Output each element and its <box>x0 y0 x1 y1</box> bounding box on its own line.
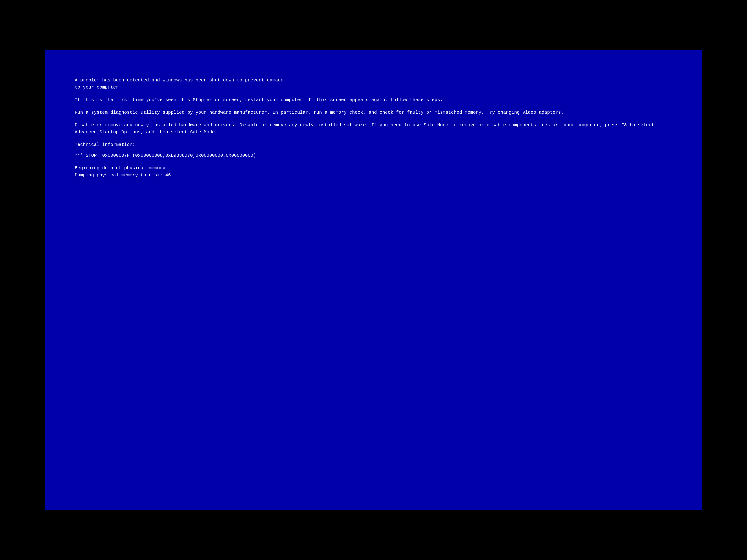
first-time-paragraph: If this is the first time you've seen th… <box>75 96 672 103</box>
dump-line1: Beginning dump of physical memory <box>75 165 165 171</box>
header-paragraph: A problem has been detected and windows … <box>75 77 672 91</box>
technical-section: Technical information: <box>75 141 672 148</box>
header-line1: A problem has been detected and windows … <box>75 78 283 83</box>
first-time-text: If this is the first time you've seen th… <box>75 97 443 103</box>
screen-outer: A problem has been detected and windows … <box>0 0 747 560</box>
bsod-screen: A problem has been detected and windows … <box>45 50 702 509</box>
diagnostic-text: Run a system diagnostic utility supplied… <box>75 110 563 115</box>
dump-line2: Dumping physical memory to disk: 46 <box>75 172 171 178</box>
stop-code-section: *** STOP: 0x0000007F (0x00000008,0xB9B38… <box>75 152 672 159</box>
disable-text: Disable or remove any newly installed ha… <box>75 123 654 135</box>
dump-section: Beginning dump of physical memory Dumpin… <box>75 164 672 179</box>
technical-label: Technical information: <box>75 142 135 147</box>
stop-code-text: *** STOP: 0x0000007F (0x00000008,0xB9B38… <box>75 153 256 158</box>
disable-paragraph: Disable or remove any newly installed ha… <box>75 122 672 136</box>
header-line2: to your computer. <box>75 85 121 90</box>
diagnostic-paragraph: Run a system diagnostic utility supplied… <box>75 109 672 116</box>
